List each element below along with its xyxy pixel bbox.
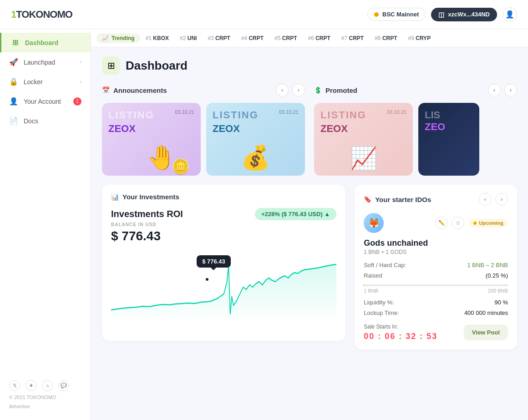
- home-icon[interactable]: ⌂: [42, 380, 53, 391]
- ticker-item: #7 CRPT: [341, 35, 364, 41]
- main-content: ⊞ Dashboard 📅 Announcements ‹ ›: [91, 47, 528, 420]
- svg-marker-0: [111, 264, 336, 324]
- upcoming-badge: Upcoming: [469, 218, 508, 228]
- promoted-prev-button[interactable]: ‹: [488, 84, 501, 96]
- ido-header: 🔖 Your starter IDOs ‹ ›: [364, 193, 508, 206]
- promoted-header: 💲 Promoted ‹ ›: [314, 84, 517, 96]
- announcements-cards: LISTING 03.10.21 ZEOX 🤚 🪙: [102, 103, 305, 176]
- ticker-item: #3 CRPT: [208, 35, 230, 41]
- ido-name: Gods unchained: [364, 238, 508, 248]
- listing-label: LIS: [425, 109, 440, 121]
- promoted-cards: LISTING 03.10.21 ZEOX 📈: [314, 103, 517, 176]
- lockup-value: 400 000 minutes: [464, 309, 508, 316]
- ido-title: Your starter IDOs: [375, 196, 431, 203]
- bottom-section-row: 📊 Your Investments Investments ROI +228%…: [102, 185, 517, 349]
- social-icons: 𝕏 ✈ ⌂ 💬: [9, 380, 81, 391]
- ticker-item: #9 CRYP: [408, 35, 431, 41]
- listing-label: LISTING: [213, 109, 259, 121]
- sale-timer: 00 : 06 : 32 : 53: [364, 332, 437, 341]
- twitter-icon[interactable]: 𝕏: [9, 380, 20, 391]
- lockup-row: Lockup Time: 400 000 minutes: [364, 309, 508, 316]
- balance-value: $ 776.43: [111, 229, 336, 243]
- ticker-item: #6 CRPT: [308, 35, 330, 41]
- network-button[interactable]: BSC Mainnet: [367, 8, 426, 21]
- docs-icon: 📄: [9, 116, 18, 125]
- listing-card[interactable]: LISTING 03.10.21 ZEOX 📈: [314, 103, 413, 176]
- wallet-button[interactable]: ◫ xzcWx...434ND: [431, 8, 497, 21]
- listing-label: LISTING: [320, 109, 366, 121]
- ticker-item: #5 CRPT: [274, 35, 297, 41]
- ticker-item: #8 CRPT: [375, 35, 397, 41]
- ido-avatar: 🦊: [364, 213, 384, 233]
- listing-date: 03.10.21: [279, 109, 299, 115]
- investments-section: 📊 Your Investments Investments ROI +228%…: [102, 185, 345, 349]
- ticker-items: #1 KBOX #2 UNI #3 CRPT #4 CRPT #5 CRPT #…: [146, 35, 431, 41]
- announcements-next-button[interactable]: ›: [292, 84, 305, 96]
- wallet-address: xzcWx...434ND: [448, 11, 490, 18]
- ido-icon: 🔖: [364, 196, 371, 203]
- notification-badge: 1: [73, 97, 81, 106]
- page-title: Dashboard: [126, 59, 188, 73]
- listing-card[interactable]: LISTING 03.10.21 ZEOX 💰: [206, 103, 305, 176]
- ido-star-button[interactable]: ☆: [452, 217, 464, 229]
- promoted-next-button[interactable]: ›: [504, 84, 517, 96]
- investments-card: 📊 Your Investments Investments ROI +228%…: [102, 185, 345, 341]
- sidebar-label: Docs: [24, 117, 38, 125]
- announcements-nav: ‹ ›: [276, 84, 305, 96]
- sidebar-item-locker[interactable]: 🔒 Locker ›: [0, 72, 91, 91]
- listing-date: 03.10.21: [387, 109, 406, 115]
- trending-chart-icon: 📈: [102, 35, 109, 41]
- sidebar-item-your-account[interactable]: 👤 Your Account 1: [0, 91, 91, 111]
- investment-chart: $ 776.43: [111, 251, 336, 333]
- ticker-bar: 📈 Trending #1 KBOX #2 UNI #3 CRPT #4 CRP…: [91, 29, 528, 47]
- ido-top-row: 🦊 ✏️ ☆ Upcoming: [364, 213, 508, 233]
- ticker-item: #2 UNI: [180, 35, 197, 41]
- investments-icon: 📊: [111, 193, 119, 201]
- ido-actions: ✏️ ☆: [435, 217, 464, 229]
- progress-labels: 1 BNB 200 BNB: [364, 288, 508, 293]
- upcoming-label: Upcoming: [479, 220, 503, 226]
- layout: ⊞ Dashboard 🚀 Launchpad › 🔒 Locker › 👤 Y…: [0, 0, 528, 420]
- ido-edit-button[interactable]: ✏️: [435, 217, 448, 229]
- sidebar: ⊞ Dashboard 🚀 Launchpad › 🔒 Locker › 👤 Y…: [0, 29, 91, 420]
- ido-next-button[interactable]: ›: [495, 193, 508, 206]
- investments-header: 📊 Your Investments: [111, 193, 336, 201]
- listing-brand: ZEO: [425, 121, 473, 133]
- sidebar-item-launchpad[interactable]: 🚀 Launchpad ›: [0, 52, 91, 72]
- raised-label: Raised: [364, 272, 382, 279]
- sidebar-label: Locker: [24, 78, 43, 86]
- balance-label: BALANCE IN USD: [111, 222, 336, 227]
- ido-footer: Sale Starts In: 00 : 06 : 32 : 53 View P…: [364, 324, 508, 341]
- locker-icon: 🔒: [9, 77, 18, 86]
- promoted-title: Promoted: [325, 86, 357, 94]
- soft-hard-cap-value: 1 BNB – 2 BNB: [467, 262, 508, 268]
- sidebar-item-dashboard[interactable]: ⊞ Dashboard: [0, 33, 91, 52]
- listing-card-partial[interactable]: LIS ZEO: [418, 103, 479, 176]
- ido-section: 🔖 Your starter IDOs ‹ › 🦊 ✏️ ☆: [355, 185, 517, 349]
- view-pool-button[interactable]: View Pool: [464, 324, 508, 340]
- wallet-icon: ◫: [438, 11, 444, 18]
- chart-tooltip: $ 776.43: [197, 255, 231, 268]
- sidebar-item-docs[interactable]: 📄 Docs: [0, 111, 91, 131]
- ido-prev-button[interactable]: ‹: [479, 193, 492, 206]
- page-title-icon: ⊞: [102, 56, 120, 75]
- progress-bar-section: 1 BNB 200 BNB: [364, 284, 508, 293]
- chevron-right-icon: ›: [80, 79, 81, 84]
- user-menu-button[interactable]: 👤: [503, 7, 517, 22]
- sidebar-footer: 𝕏 ✈ ⌂ 💬 © 2021 TOKONOMO Advertise: [0, 373, 91, 416]
- chat-icon[interactable]: 💬: [58, 380, 69, 391]
- telegram-icon[interactable]: ✈: [25, 380, 36, 391]
- logo-prefix: 1: [11, 9, 16, 20]
- promoted-nav: ‹ ›: [488, 84, 517, 96]
- listing-label: LISTING: [108, 109, 154, 121]
- sidebar-label: Dashboard: [25, 39, 58, 46]
- advertise-link[interactable]: Advertise: [9, 404, 81, 409]
- announcements-prev-button[interactable]: ‹: [276, 84, 289, 96]
- listing-card[interactable]: LISTING 03.10.21 ZEOX 🤚 🪙: [102, 103, 201, 176]
- roi-badge: +228% ($ 776.43 USD) ▲: [255, 208, 336, 220]
- soft-hard-cap-label: Soft / Hard Cap:: [364, 262, 406, 268]
- account-icon: 👤: [9, 97, 18, 106]
- progress-bar-bg: [364, 284, 508, 286]
- sale-starts-label: Sale Starts In:: [364, 324, 437, 330]
- sidebar-label: Your Account: [24, 98, 61, 105]
